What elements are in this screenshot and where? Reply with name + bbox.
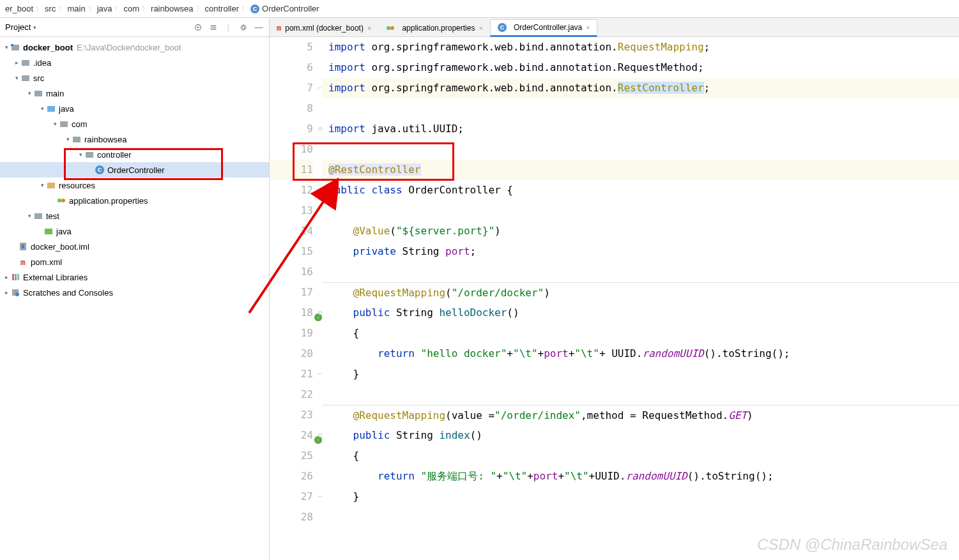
chevron-down-icon: ▾ (33, 24, 36, 31)
resources-folder-icon (46, 180, 56, 190)
breadcrumb-item[interactable]: controller (205, 4, 239, 13)
line-number[interactable]: 6 (270, 57, 313, 78)
svg-point-2 (242, 26, 245, 29)
tree-item[interactable]: ▾ controller (0, 147, 269, 162)
line-number[interactable]: 10 (270, 139, 313, 160)
hide-icon[interactable]: — (254, 22, 264, 33)
tree-item[interactable]: ▾ rainbowsea (0, 132, 269, 147)
library-icon (10, 272, 20, 282)
tree-item[interactable]: ▸ Scratches and Consoles (0, 285, 269, 300)
locate-icon[interactable] (193, 22, 203, 33)
fold-icon[interactable]: ⊟ (314, 180, 322, 201)
gutter: 5 6 7⌐ 8 9⊟ 10 11 12⊟ 13 14 15 16 17 18⊟… (270, 37, 322, 560)
line-number[interactable]: 27⌐ (270, 487, 313, 507)
iml-file-icon (18, 241, 28, 252)
tree-item[interactable]: ▸ External Libraries (0, 269, 269, 285)
svg-rect-19 (12, 274, 14, 280)
breadcrumb-item[interactable]: rainbowsea (151, 4, 194, 13)
close-icon[interactable]: × (479, 24, 482, 32)
tree-item[interactable]: ▾ main (0, 86, 269, 101)
breadcrumb-item[interactable]: OrderController (262, 4, 319, 13)
fold-icon[interactable]: ⊟ (314, 303, 322, 323)
tab-label: pom.xml (docker_boot) (285, 24, 364, 33)
tree-item-selected[interactable]: C OrderController (0, 162, 269, 178)
expand-all-icon[interactable] (208, 22, 219, 33)
svg-rect-11 (86, 152, 93, 158)
svg-rect-21 (17, 274, 19, 280)
fold-icon[interactable]: ⊟ (314, 119, 322, 139)
chevron-down-icon: ▾ (26, 213, 33, 219)
svg-rect-9 (60, 121, 68, 127)
tree-item[interactable]: ▾ java (0, 101, 269, 116)
svg-rect-5 (22, 60, 29, 66)
line-number[interactable]: 22 (270, 384, 313, 405)
folder-icon (33, 211, 43, 221)
folder-icon (20, 57, 31, 68)
line-number[interactable]: 14 (270, 221, 313, 241)
chevron-right-icon: 〉 (58, 4, 65, 13)
tree-item[interactable]: ▾ resources (0, 178, 269, 193)
line-number[interactable]: 7⌐ (270, 78, 313, 98)
editor-tab-active[interactable]: C OrderController.java × (490, 19, 597, 37)
code-area[interactable]: 5 6 7⌐ 8 9⊟ 10 11 12⊟ 13 14 15 16 17 18⊟… (270, 37, 959, 560)
fold-end-icon[interactable]: ⌐ (314, 487, 322, 507)
line-number[interactable]: 18⊟ (270, 303, 313, 323)
chevron-down-icon: ▾ (77, 151, 84, 158)
tree-item[interactable]: ▾ test (0, 208, 269, 223)
line-number[interactable]: 19 (270, 323, 313, 344)
tab-label: application.properties (402, 24, 475, 33)
line-number[interactable]: 25 (270, 446, 313, 466)
close-icon[interactable]: × (367, 24, 371, 32)
svg-rect-20 (15, 274, 17, 280)
breadcrumb-item[interactable]: src (45, 4, 56, 13)
line-number[interactable]: 24⊟ (270, 425, 313, 446)
breadcrumb-item[interactable]: java (97, 4, 112, 13)
code-content[interactable]: import org.springframework.web.bind.anno… (322, 37, 959, 560)
svg-rect-15 (35, 213, 42, 219)
line-number[interactable]: 28 (270, 507, 313, 527)
line-number[interactable]: 17 (270, 282, 313, 303)
line-number[interactable]: 9⊟ (270, 119, 313, 139)
tree-item[interactable]: ▾ com (0, 116, 269, 132)
fold-end-icon[interactable]: ⌐ (314, 78, 322, 98)
svg-rect-6 (22, 75, 29, 81)
tree-item[interactable]: application.properties (0, 193, 269, 208)
line-number[interactable]: 16 (270, 262, 313, 282)
chevron-right-icon: 〉 (36, 4, 42, 13)
sidebar-title[interactable]: Project ▾ (5, 22, 193, 32)
line-number[interactable]: 8 (270, 98, 313, 119)
breadcrumb-item[interactable]: er_boot (5, 4, 33, 13)
chevron-right-icon: 〉 (196, 4, 203, 13)
module-icon (10, 42, 20, 52)
line-number[interactable]: 15 (270, 241, 313, 262)
tree-item[interactable]: ▸ .idea (0, 55, 269, 70)
tree-item[interactable]: java (0, 223, 269, 239)
tree-item[interactable]: docker_boot.iml (0, 239, 269, 254)
line-number[interactable]: 20 (270, 344, 313, 364)
editor-tab[interactable]: application.properties × (378, 19, 490, 36)
breadcrumb-item[interactable]: main (67, 4, 85, 13)
tree-item[interactable]: m pom.xml (0, 254, 269, 269)
line-number[interactable]: 23 (270, 405, 313, 425)
line-number[interactable]: 5 (270, 37, 313, 57)
close-icon[interactable]: × (586, 24, 590, 31)
line-number[interactable]: 11 (270, 160, 313, 180)
tab-label: OrderController.java (514, 23, 582, 32)
line-number[interactable]: 12⊟ (270, 180, 313, 201)
properties-file-icon (56, 195, 66, 206)
editor-tab[interactable]: m pom.xml (docker_boot) × (270, 19, 378, 36)
breadcrumb-item[interactable]: com (123, 4, 139, 13)
line-number[interactable]: 21⌐ (270, 364, 313, 384)
tree-item[interactable]: ▾ src (0, 70, 269, 86)
svg-rect-12 (47, 183, 55, 188)
fold-icon[interactable]: ⊟ (314, 425, 322, 446)
line-number[interactable]: 13 (270, 201, 313, 221)
svg-rect-10 (73, 137, 81, 142)
project-tree: ▾ docker_boot E:\Java\Docker\docker_boot… (0, 37, 269, 560)
chevron-right-icon: 〉 (114, 4, 121, 13)
gear-icon[interactable] (238, 22, 249, 33)
chevron-down-icon: ▾ (51, 121, 59, 127)
fold-end-icon[interactable]: ⌐ (314, 364, 322, 384)
line-number[interactable]: 26 (270, 466, 313, 487)
tree-root[interactable]: ▾ docker_boot E:\Java\Docker\docker_boot (0, 40, 269, 55)
